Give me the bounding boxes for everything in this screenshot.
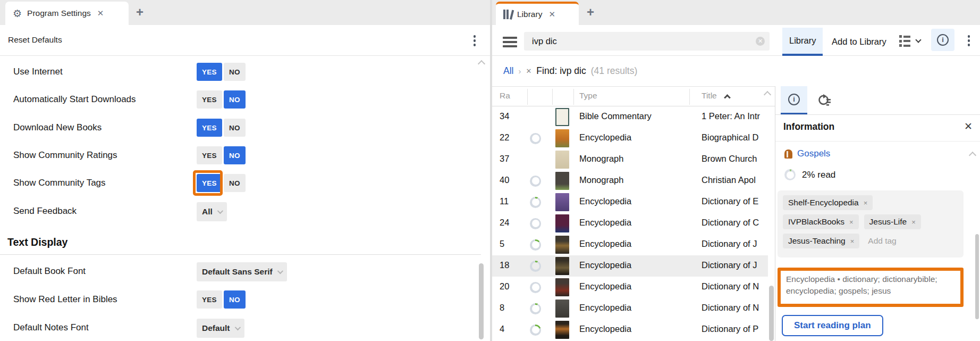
- table-row[interactable]: 22 Encyclopedia Biographical D: [492, 128, 768, 149]
- scroll-up-icon[interactable]: [969, 151, 976, 157]
- table-row[interactable]: 40 Monograph Christian Apol: [492, 170, 768, 192]
- select-value: Default Sans Serif: [202, 267, 273, 277]
- right-tab-bar: Library ✕ +: [492, 0, 980, 25]
- table-row[interactable]: 20 Encyclopedia Dictionary of N: [492, 277, 768, 298]
- no-button[interactable]: NO: [224, 90, 246, 109]
- book-icon: [784, 149, 792, 159]
- column-header-rating[interactable]: Ra: [500, 91, 510, 101]
- setting-label: Send Feedback: [13, 206, 77, 217]
- remove-tag-icon[interactable]: ×: [911, 218, 916, 226]
- tag-chip[interactable]: IVPBlackBooks ×: [783, 214, 859, 229]
- setting-label: Default Notes Font: [13, 322, 89, 333]
- left-scrollbar-thumb[interactable]: [479, 263, 484, 339]
- table-row[interactable]: 8 Encyclopedia Dictionary of N: [492, 298, 768, 319]
- chevron-down-icon: [234, 325, 240, 330]
- start-reading-plan-button[interactable]: Start reading plan: [782, 315, 883, 336]
- table-row[interactable]: 4 Encyclopedia Dictionary of P: [492, 319, 768, 340]
- rating-cell: 5: [500, 239, 504, 249]
- no-button[interactable]: NO: [224, 146, 246, 164]
- scroll-up-icon[interactable]: [478, 60, 485, 66]
- new-tab-button[interactable]: +: [136, 6, 143, 19]
- type-cell: Encyclopedia: [579, 303, 631, 313]
- no-button[interactable]: NO: [224, 174, 246, 192]
- info-scrollbar-thumb[interactable]: [975, 234, 979, 319]
- no-button[interactable]: NO: [224, 290, 246, 309]
- column-header-type[interactable]: Type: [579, 91, 597, 101]
- library-search: ✕: [524, 32, 770, 51]
- title-cell: Christian Apol: [702, 175, 768, 185]
- progress-ring-icon: [530, 282, 541, 293]
- breadcrumb-find: Find: ivp dic: [536, 65, 586, 77]
- yes-button[interactable]: YES: [197, 63, 222, 81]
- table-row[interactable]: 34 Bible Commentary 1 Peter: An Intr: [492, 106, 768, 128]
- title-cell: Dictionary of N: [702, 303, 768, 313]
- tag-label: Shelf-Encyclopedia: [788, 198, 859, 207]
- info-toggle-button[interactable]: i: [931, 29, 954, 51]
- title-cell: Dictionary of C: [702, 218, 768, 228]
- gear-icon: ⚙: [13, 7, 22, 20]
- remove-tag-icon[interactable]: ×: [850, 237, 855, 245]
- yes-button[interactable]: YES: [197, 290, 222, 309]
- yes-button[interactable]: YES: [197, 90, 222, 109]
- default-notes-font-select[interactable]: Default: [197, 319, 244, 338]
- library-books-icon: [503, 10, 512, 19]
- table-row[interactable]: 24 Encyclopedia Dictionary of C: [492, 213, 768, 234]
- column-header-title[interactable]: Title: [702, 91, 717, 101]
- remove-filter-icon[interactable]: ✕: [526, 67, 531, 75]
- reset-defaults-button[interactable]: Reset Defaults: [8, 35, 62, 45]
- remove-tag-icon[interactable]: ×: [864, 199, 868, 207]
- tab-program-settings[interactable]: ⚙ Program Settings ✕: [5, 2, 129, 25]
- book-cover: [555, 108, 569, 126]
- close-tab-icon[interactable]: ✕: [548, 10, 555, 19]
- book-cover: [555, 193, 569, 211]
- yes-button[interactable]: YES: [197, 174, 222, 192]
- progress-ring-icon: [530, 218, 541, 229]
- scroll-up-icon[interactable]: [764, 90, 771, 97]
- reading-plan-icon: [817, 94, 831, 107]
- add-tag-input[interactable]: Add tag: [865, 236, 896, 246]
- close-info-icon[interactable]: ✕: [964, 120, 973, 132]
- default-book-font-select[interactable]: Default Sans Serif: [197, 262, 287, 281]
- new-tab-button[interactable]: +: [587, 6, 594, 19]
- resource-title-link[interactable]: Gospels: [797, 148, 830, 159]
- table-row[interactable]: 5 Encyclopedia Dictionary of J: [492, 234, 768, 255]
- table-row-selected[interactable]: 18 Encyclopedia Dictionary of J: [492, 255, 768, 277]
- send-feedback-select[interactable]: All: [197, 202, 227, 221]
- library-toolbar: ✕ Library Add to Library i: [492, 25, 980, 56]
- no-button[interactable]: NO: [224, 119, 246, 137]
- close-tab-icon[interactable]: ✕: [97, 9, 104, 18]
- tab-library[interactable]: Library ✕: [496, 2, 579, 25]
- info-circle-icon: i: [788, 94, 800, 105]
- tab-information[interactable]: i: [781, 86, 807, 114]
- book-cover: [555, 236, 569, 254]
- view-tab-library[interactable]: Library: [782, 28, 823, 56]
- tab-title: Library: [517, 10, 542, 19]
- view-tab-label: Add to Library: [832, 37, 886, 47]
- tab-reading-plan[interactable]: [810, 86, 837, 114]
- panel-menu-icon[interactable]: [965, 35, 973, 46]
- setting-row: Download New Books YES NO: [0, 118, 481, 137]
- setting-label: Automatically Start Downloads: [13, 94, 136, 105]
- results-table: Ra Type Title 34 Bible Commentary 1 Pete…: [492, 86, 775, 341]
- tag-chip[interactable]: Jesus-Teaching ×: [783, 234, 859, 248]
- clear-search-icon[interactable]: ✕: [756, 37, 765, 46]
- no-button[interactable]: NO: [224, 63, 246, 81]
- remove-tag-icon[interactable]: ×: [849, 218, 854, 226]
- hamburger-menu-icon[interactable]: [503, 37, 517, 47]
- yes-button[interactable]: YES: [197, 146, 222, 164]
- tag-chip[interactable]: Jesus-Life ×: [864, 214, 921, 229]
- rating-cell: 40: [500, 175, 509, 185]
- chevron-down-icon[interactable]: [915, 37, 921, 43]
- table-scrollbar-thumb[interactable]: [769, 286, 774, 341]
- tag-chip[interactable]: Shelf-Encyclopedia ×: [783, 195, 873, 210]
- yes-button[interactable]: YES: [197, 119, 222, 137]
- title-cell: Dictionary of P: [702, 324, 768, 334]
- progress-ring-icon: [530, 239, 541, 251]
- table-row[interactable]: 37 Monograph Brown Church: [492, 149, 768, 170]
- view-tab-add-to-library[interactable]: Add to Library: [825, 28, 893, 56]
- grid-view-icon[interactable]: [899, 35, 910, 47]
- breadcrumb-all-link[interactable]: All: [503, 65, 513, 77]
- search-input[interactable]: [524, 32, 770, 51]
- panel-menu-icon[interactable]: [471, 35, 478, 46]
- table-row[interactable]: 11 Encyclopedia Dictionary of E: [492, 192, 768, 213]
